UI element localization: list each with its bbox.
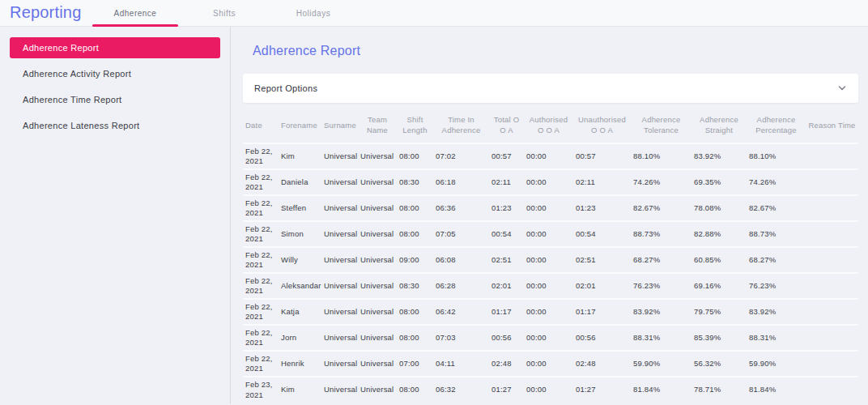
table-cell: 08:30 (397, 273, 433, 299)
table-cell: Universal (358, 247, 397, 273)
table-cell: Feb 23, 2021 (243, 377, 279, 403)
table-cell: Universal (321, 325, 358, 351)
table-row: Feb 22, 2021SimonUniversalUniversal08:00… (243, 221, 858, 247)
app-title: Reporting (0, 3, 91, 23)
table-cell: Universal (358, 221, 397, 247)
table-cell: 02:48 (573, 351, 631, 377)
sidebar-item-adherence-time-report[interactable]: Adherence Time Report (10, 89, 220, 110)
table-cell: 69.16% (691, 273, 747, 299)
table-cell (806, 221, 858, 247)
table-cell: 00:56 (489, 325, 524, 351)
column-header-date: Date (243, 109, 279, 143)
sidebar-item-adherence-report[interactable]: Adherence Report (10, 37, 220, 58)
table-cell: 00:00 (524, 377, 573, 403)
table-cell: Feb 22, 2021 (243, 351, 279, 377)
table-row: Feb 22, 2021DanielaUniversalUniversal08:… (243, 169, 858, 195)
table-cell: 06:42 (433, 299, 489, 325)
table-cell: Steffen (279, 195, 321, 221)
table-cell: 07:03 (433, 325, 489, 351)
table-cell: 00:54 (573, 221, 631, 247)
table-row: Feb 22, 2021HenrikUniversalUniversal07:0… (243, 351, 858, 377)
column-header-authorised-o-o-a: Authorised O O A (524, 109, 573, 143)
table-cell: 00:56 (573, 325, 631, 351)
table-cell: Universal (358, 195, 397, 221)
sidebar-item-adherence-activity-report[interactable]: Adherence Activity Report (10, 63, 220, 84)
table-cell: 09:00 (397, 247, 433, 273)
table-cell: 56.32% (691, 351, 747, 377)
column-header-surname: Surname (321, 109, 358, 143)
table-cell (806, 143, 858, 169)
table-cell: 88.73% (631, 221, 691, 247)
table-cell: 08:00 (397, 143, 433, 169)
table-cell: Feb 22, 2021 (243, 221, 279, 247)
table-cell: Willy (279, 247, 321, 273)
table-cell: Universal (358, 143, 397, 169)
table-cell (806, 377, 858, 403)
table-cell: Universal (358, 273, 397, 299)
table-cell: 01:23 (489, 195, 524, 221)
column-header-adherence-straight: Adherence Straight (691, 109, 747, 143)
table-row: Feb 22, 2021AleksandarUniversalUniversal… (243, 273, 858, 299)
table-cell: 00:00 (524, 351, 573, 377)
table-cell: 00:57 (489, 143, 524, 169)
table-cell (806, 351, 858, 377)
table-cell: 83.92% (631, 299, 691, 325)
top-bar: Reporting AdherenceShiftsHolidays (0, 0, 868, 27)
table-cell: Universal (321, 221, 358, 247)
table-cell: Feb 22, 2021 (243, 325, 279, 351)
table-cell: Universal (358, 325, 397, 351)
table-cell: 00:54 (489, 221, 524, 247)
table-cell: 06:08 (433, 247, 489, 273)
table-cell: 74.26% (747, 169, 806, 195)
table-cell: 82.88% (691, 221, 747, 247)
table-row: Feb 22, 2021KimUniversalUniversal08:0007… (243, 143, 858, 169)
table-cell: Feb 22, 2021 (243, 273, 279, 299)
table-cell: 04:11 (433, 351, 489, 377)
table-row: Feb 23, 2021KimUniversalUniversal08:0006… (243, 377, 858, 403)
table-cell: Feb 22, 2021 (243, 143, 279, 169)
table-cell: 08:00 (397, 195, 433, 221)
table-cell: 01:23 (573, 195, 631, 221)
tab-holidays[interactable]: Holidays (269, 0, 358, 26)
table-cell: 88.31% (631, 325, 691, 351)
table-cell: 00:00 (524, 221, 573, 247)
table-cell: Kim (279, 377, 321, 403)
report-sidebar: Adherence ReportAdherence Activity Repor… (0, 27, 231, 404)
tab-adherence[interactable]: Adherence (91, 0, 180, 26)
table-row: Feb 22, 2021WillyUniversalUniversal09:00… (243, 247, 858, 273)
table-cell: 00:00 (524, 325, 573, 351)
table-cell: 02:11 (489, 169, 524, 195)
table-cell: 02:51 (489, 247, 524, 273)
table-row: Feb 22, 2021KatjaUniversalUniversal08:00… (243, 299, 858, 325)
column-header-unauthorised-o-o-a: Unauthorised O O A (573, 109, 631, 143)
table-cell: 88.10% (631, 143, 691, 169)
table-cell: 88.10% (747, 143, 806, 169)
report-options-toggle[interactable]: Report Options (243, 74, 858, 103)
column-header-team-name: Team Name (358, 109, 397, 143)
table-cell: Aleksandar (279, 273, 321, 299)
table-cell (806, 195, 858, 221)
table-cell: 83.92% (691, 143, 747, 169)
tab-shifts[interactable]: Shifts (180, 0, 269, 26)
table-cell: 85.39% (691, 325, 747, 351)
table-cell: Universal (321, 195, 358, 221)
table-cell: 00:00 (524, 247, 573, 273)
table-cell: 00:00 (524, 143, 573, 169)
table-cell: Feb 22, 2021 (243, 299, 279, 325)
table-cell: 00:00 (524, 169, 573, 195)
table-cell: 60.85% (691, 247, 747, 273)
table-cell: 06:28 (433, 273, 489, 299)
table-cell: Universal (358, 377, 397, 403)
table-cell: 81.84% (631, 377, 691, 403)
table-cell: 69.35% (691, 169, 747, 195)
sidebar-item-adherence-lateness-report[interactable]: Adherence Lateness Report (10, 115, 220, 136)
table-cell: 74.26% (631, 169, 691, 195)
chevron-down-icon[interactable] (837, 83, 847, 93)
table-cell (806, 169, 858, 195)
table-cell: 00:00 (524, 273, 573, 299)
table-cell: 59.90% (747, 351, 806, 377)
table-cell: Feb 22, 2021 (243, 195, 279, 221)
table-cell: 07:02 (433, 143, 489, 169)
column-header-forename: Forename (279, 109, 321, 143)
table-cell: Henrik (279, 351, 321, 377)
